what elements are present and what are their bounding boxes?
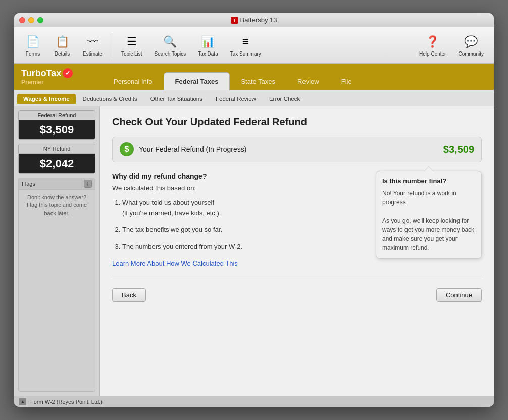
topic-list-icon: ☰: [124, 34, 140, 50]
tab-file[interactable]: File: [330, 73, 363, 90]
subtab-error-check[interactable]: Error Check: [263, 94, 306, 104]
app-window: T Battersby 13 📄 Forms 📋 Details 〰 Estim…: [14, 13, 494, 407]
flags-header: Flags +: [19, 178, 95, 190]
toolbar-center: ☰ Topic List 🔍 Search Topics 📊 Tax Data …: [116, 31, 266, 60]
status-bar-icon: ▲: [19, 398, 26, 405]
refund-progress-row: $ Your Federal Refund (In Progress) $3,5…: [112, 137, 482, 162]
tab-federal-taxes[interactable]: Federal Taxes: [164, 72, 230, 90]
estimate-icon: 〰: [84, 34, 100, 50]
logo: TurboTax ✓ Premier: [21, 68, 73, 86]
details-icon: 📋: [54, 34, 70, 50]
nav-buttons: Back Continue: [112, 282, 482, 307]
header-row: TurboTax ✓ Premier Personal Info Federal…: [14, 64, 494, 90]
status-bar-text: Form W-2 (Reyes Point, Ltd.): [30, 399, 103, 405]
tax-summary-button[interactable]: ≡ Tax Summary: [225, 31, 266, 60]
window-title: T Battersby 13: [231, 16, 277, 24]
toolbar: 📄 Forms 📋 Details 〰 Estimate ☰ Topic Lis…: [14, 27, 494, 64]
logo-turbo: TurboTax ✓: [21, 68, 73, 79]
search-topics-button[interactable]: 🔍 Search Topics: [149, 31, 191, 60]
community-icon: 💬: [463, 34, 479, 50]
topic-list-label: Topic List: [121, 51, 142, 57]
tab-review[interactable]: Review: [286, 73, 330, 90]
content-area: Federal Refund $3,509 NY Refund $2,042 F…: [14, 106, 494, 396]
refund-progress-amount: $3,509: [443, 144, 474, 155]
federal-refund-value: $3,509: [19, 120, 95, 139]
community-button[interactable]: 💬 Community: [453, 31, 489, 60]
search-topics-icon: 🔍: [162, 34, 178, 50]
logo-premier: Premier: [21, 79, 73, 86]
callout-paragraph1: No! Your refund is a work in progress.: [382, 189, 475, 207]
sidebar: Federal Refund $3,509 NY Refund $2,042 F…: [14, 106, 100, 396]
refund-progress-left: $ Your Federal Refund (In Progress): [120, 142, 246, 156]
logo-brand-text: TurboTax: [21, 68, 61, 79]
tax-summary-label: Tax Summary: [230, 51, 261, 57]
back-button[interactable]: Back: [112, 288, 146, 302]
ny-refund-value: $2,042: [19, 154, 95, 173]
subtab-wages-income[interactable]: Wages & Income: [17, 94, 76, 104]
logo-section: TurboTax ✓ Premier: [14, 64, 103, 90]
list-item-1-text: What you told us about yourself: [122, 199, 214, 206]
flags-title: Flags: [22, 181, 35, 187]
details-button[interactable]: 📋 Details: [48, 31, 76, 60]
callout-bubble: Is this number final? No! Your refund is…: [376, 171, 482, 259]
topic-list-button[interactable]: ☰ Topic List: [116, 31, 147, 60]
subtab-deductions-credits[interactable]: Deductions & Credits: [77, 94, 143, 104]
list-item-3-text: The numbers you entered from your W-2.: [122, 243, 242, 250]
toolbar-left: 📄 Forms 📋 Details 〰 Estimate: [19, 31, 108, 60]
list-item-2-text: The tax benefits we got you so far.: [122, 226, 222, 233]
toolbar-separator: [112, 33, 112, 58]
forms-icon: 📄: [25, 34, 41, 50]
subtab-other-tax[interactable]: Other Tax Situations: [144, 94, 209, 104]
maximize-button[interactable]: [37, 17, 43, 23]
federal-refund-box: Federal Refund $3,509: [18, 110, 95, 140]
traffic-lights: [19, 17, 43, 23]
flags-add-button[interactable]: +: [84, 180, 92, 188]
estimate-label: Estimate: [83, 51, 103, 57]
flags-content: Don't know the answer? Flag this topic a…: [19, 190, 95, 221]
turbo-icon: T: [231, 17, 238, 24]
title-bar: T Battersby 13: [14, 13, 494, 27]
help-center-label: Help Center: [419, 51, 446, 57]
flags-text: Don't know the answer? Flag this topic a…: [27, 194, 87, 216]
tax-data-button[interactable]: 📊 Tax Data: [193, 31, 223, 60]
forms-button[interactable]: 📄 Forms: [19, 31, 46, 60]
ny-refund-label: NY Refund: [19, 144, 95, 154]
content-divider: [112, 275, 482, 275]
ny-refund-box: NY Refund $2,042: [18, 144, 95, 174]
learn-more-link[interactable]: Learn More About How We Calculated This: [112, 259, 238, 267]
tab-personal-info[interactable]: Personal Info: [103, 73, 164, 90]
help-center-icon: ❓: [425, 34, 441, 50]
subtab-federal-review[interactable]: Federal Review: [210, 94, 262, 104]
search-topics-label: Search Topics: [155, 51, 186, 57]
logo-check-icon: ✓: [63, 68, 73, 78]
page-title: Check Out Your Updated Federal Refund: [112, 116, 482, 128]
forms-label: Forms: [26, 51, 40, 57]
flags-box: Flags + Don't know the answer? Flag this…: [18, 178, 95, 392]
estimate-button[interactable]: 〰 Estimate: [78, 31, 108, 60]
close-button[interactable]: [19, 17, 25, 23]
callout-paragraph2: As you go, we'll keep looking for ways t…: [382, 216, 475, 252]
dollar-icon: $: [120, 142, 134, 156]
callout-title: Is this number final?: [382, 177, 475, 185]
toolbar-right: ❓ Help Center 💬 Community: [414, 31, 489, 60]
main-content: Check Out Your Updated Federal Refund $ …: [100, 106, 494, 396]
status-bar: ▲ Form W-2 (Reyes Point, Ltd.): [14, 396, 494, 407]
tax-data-icon: 📊: [200, 34, 216, 50]
sub-tabs: Wages & Income Deductions & Credits Othe…: [14, 90, 494, 106]
tax-summary-icon: ≡: [237, 34, 253, 50]
continue-button[interactable]: Continue: [436, 288, 482, 302]
federal-refund-label: Federal Refund: [19, 111, 95, 120]
community-label: Community: [458, 51, 484, 57]
details-label: Details: [55, 51, 70, 57]
list-item-1-subtext: (if you're married, have kids, etc.).: [122, 209, 221, 217]
minimize-button[interactable]: [28, 17, 34, 23]
tab-state-taxes[interactable]: State Taxes: [230, 73, 286, 90]
help-center-button[interactable]: ❓ Help Center: [414, 31, 451, 60]
main-tabs-section: Personal Info Federal Taxes State Taxes …: [103, 64, 494, 90]
tax-data-label: Tax Data: [198, 51, 218, 57]
refund-progress-label: Your Federal Refund (In Progress): [139, 145, 246, 153]
